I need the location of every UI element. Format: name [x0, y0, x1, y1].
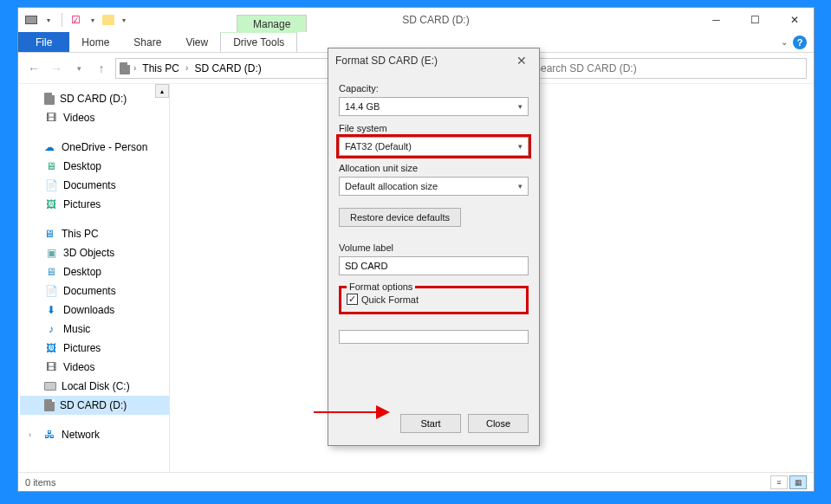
objects-icon: ▣: [44, 246, 58, 260]
tab-drive-tools[interactable]: Drive Tools: [220, 32, 297, 52]
view-switcher: ≡ ▦: [770, 475, 807, 489]
restore-defaults-button[interactable]: Restore device defaults: [339, 208, 461, 227]
format-options-legend: Format options: [347, 281, 415, 292]
tree-item-desktop-pc[interactable]: 🖥Desktop: [20, 262, 169, 281]
tree-label: SD CARD (D:): [60, 93, 127, 105]
qat-dropdown-icon[interactable]: ▾: [41, 12, 56, 28]
manage-tab-header[interactable]: Manage: [237, 15, 307, 33]
ribbon-expand-icon[interactable]: ⌄: [781, 37, 788, 47]
up-button[interactable]: ↑: [93, 60, 110, 77]
filesystem-value: FAT32 (Default): [345, 141, 412, 152]
sd-card-icon: [44, 93, 55, 105]
capacity-label: Capacity:: [339, 83, 529, 94]
tree-item-pictures-pc[interactable]: 🖼Pictures: [20, 339, 169, 358]
tree-item-localdisk[interactable]: Local Disk (C:): [20, 377, 169, 396]
start-button[interactable]: Start: [400, 414, 461, 433]
icons-view-button[interactable]: ▦: [789, 475, 807, 489]
tree-item-3dobjects[interactable]: ▣3D Objects: [20, 243, 169, 262]
tree-item-documents[interactable]: 📄Documents: [20, 176, 169, 195]
tree-label: This PC: [62, 228, 99, 240]
tab-view[interactable]: View: [173, 32, 220, 52]
dialog-title: Format SD CARD (E:): [335, 55, 438, 67]
tree-item-videos-pc[interactable]: 🎞Videos: [20, 358, 169, 377]
videos-icon: 🎞: [44, 360, 58, 374]
crumb-this-pc[interactable]: This PC: [140, 62, 182, 74]
volume-label-input[interactable]: [339, 256, 529, 275]
format-options-fieldset: Format options ✓ Quick Format: [339, 286, 529, 314]
close-button[interactable]: ✕: [775, 8, 814, 32]
chevron-right-icon[interactable]: ›: [29, 430, 37, 439]
search-box[interactable]: [528, 58, 807, 79]
tree-item-music[interactable]: ♪Music: [20, 320, 169, 339]
chevron-down-icon: ▾: [518, 142, 523, 151]
quick-format-label: Quick Format: [361, 294, 419, 305]
ribbon-right: ⌄ ?: [781, 32, 814, 52]
tree-label: SD CARD (D:): [60, 399, 127, 411]
tree-label: Documents: [63, 179, 116, 191]
desktop: ▾ ☑ ▾ ▾ Manage SD CARD (D:) ─ ☐ ✕ File H…: [0, 0, 831, 504]
navigation-pane[interactable]: ▴ SD CARD (D:) 🎞Videos ☁OneDrive - Perso…: [18, 84, 170, 472]
titlebar: ▾ ☑ ▾ ▾ Manage SD CARD (D:) ─ ☐ ✕: [18, 8, 814, 32]
window-controls: ─ ☐ ✕: [697, 8, 814, 32]
back-button[interactable]: ←: [25, 60, 42, 77]
close-icon[interactable]: ✕: [511, 52, 532, 69]
tree-item-onedrive[interactable]: ☁OneDrive - Person: [20, 138, 169, 157]
chevron-right-icon[interactable]: ›: [132, 63, 138, 73]
tree-label: 3D Objects: [63, 247, 114, 259]
allocation-value: Default allocation size: [345, 181, 438, 191]
checkbox-icon[interactable]: ☑: [68, 12, 83, 28]
recent-dropdown-icon[interactable]: ▾: [70, 60, 88, 77]
tree-label: Pictures: [63, 198, 101, 210]
tree-item-sdcard-pc[interactable]: SD CARD (D:): [20, 396, 169, 415]
drive-icon: [44, 382, 56, 391]
quick-format-checkbox[interactable]: ✓ Quick Format: [347, 294, 521, 305]
tree-label: Videos: [63, 361, 94, 373]
help-icon[interactable]: ?: [793, 36, 807, 49]
capacity-select[interactable]: 14.4 GB ▾: [339, 97, 529, 116]
desktop-icon: 🖥: [44, 265, 58, 279]
details-view-button[interactable]: ≡: [770, 475, 788, 489]
desktop-icon: 🖥: [44, 159, 58, 173]
dialog-footer: Start Close: [328, 405, 539, 445]
tree-label: Pictures: [63, 342, 101, 354]
contextual-tab-group: Manage: [237, 8, 307, 32]
qat-dropdown-icon[interactable]: ▾: [116, 12, 132, 28]
tree-item-documents-pc[interactable]: 📄Documents: [20, 281, 169, 300]
tab-file[interactable]: File: [18, 32, 69, 52]
tree-item-pictures[interactable]: 🖼Pictures: [20, 195, 169, 214]
forward-button[interactable]: →: [48, 60, 65, 77]
quick-access-toolbar: ▾ ☑ ▾ ▾: [18, 12, 132, 28]
allocation-select[interactable]: Default allocation size ▾: [339, 177, 529, 196]
sd-card-icon: [44, 399, 55, 411]
tree-item-videos[interactable]: 🎞Videos: [20, 108, 169, 127]
capacity-value: 14.4 GB: [345, 101, 380, 112]
tab-home[interactable]: Home: [69, 32, 121, 52]
qat-dropdown-icon[interactable]: ▾: [85, 12, 101, 28]
close-button[interactable]: Close: [468, 414, 529, 433]
tree-item-downloads[interactable]: ⬇Downloads: [20, 300, 169, 320]
pictures-icon: 🖼: [44, 197, 58, 211]
filesystem-select[interactable]: FAT32 (Default) ▾: [339, 137, 529, 156]
tree-label: Desktop: [63, 266, 101, 278]
tree-item-desktop[interactable]: 🖥Desktop: [20, 157, 169, 176]
crumb-sdcard[interactable]: SD CARD (D:): [192, 62, 263, 74]
tab-share[interactable]: Share: [121, 32, 173, 52]
downloads-icon: ⬇: [44, 303, 58, 317]
maximize-button[interactable]: ☐: [736, 8, 775, 32]
chevron-right-icon[interactable]: ›: [184, 63, 190, 73]
search-input[interactable]: [534, 62, 801, 74]
tree-label: Music: [63, 323, 90, 335]
music-icon: ♪: [44, 322, 58, 336]
filesystem-label: File system: [339, 123, 529, 133]
format-dialog: Format SD CARD (E:) ✕ Capacity: 14.4 GB …: [328, 48, 540, 446]
minimize-button[interactable]: ─: [697, 8, 736, 32]
tree-item-sdcard[interactable]: SD CARD (D:): [20, 89, 169, 108]
tree-label: Documents: [63, 285, 116, 297]
chevron-down-icon: ▾: [518, 102, 523, 111]
tree-label: Desktop: [63, 160, 101, 172]
dialog-titlebar[interactable]: Format SD CARD (E:) ✕: [328, 48, 539, 73]
tree-item-network[interactable]: ›🖧Network: [20, 425, 169, 444]
folder-icon[interactable]: [102, 15, 114, 25]
tree-item-thispc[interactable]: 🖥This PC: [20, 224, 169, 243]
scroll-up-icon[interactable]: ▴: [155, 84, 169, 98]
